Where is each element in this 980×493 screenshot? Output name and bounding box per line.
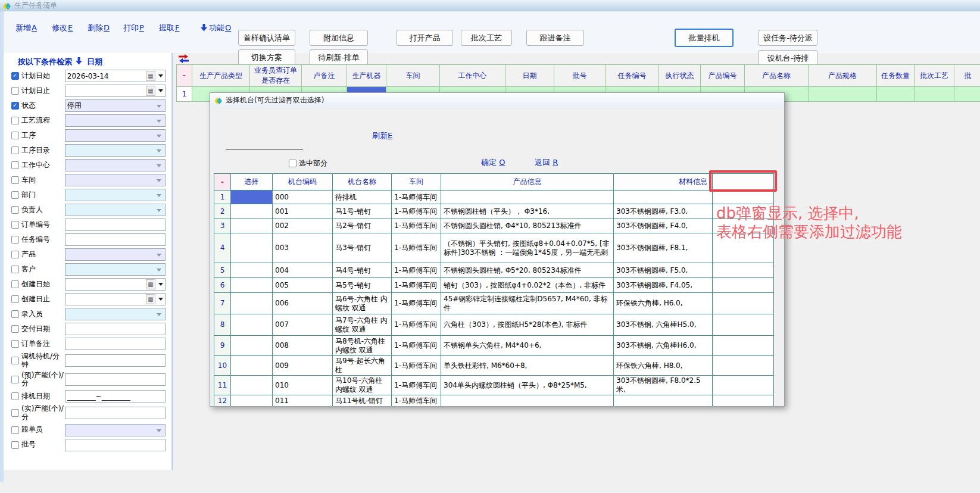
machine-row[interactable]: 1000待排机1-马师傅车间	[214, 191, 774, 204]
filter-input-10[interactable]	[65, 219, 166, 231]
back-link[interactable]: 返回 R	[535, 157, 558, 168]
filter-checkbox-8[interactable]	[11, 191, 19, 199]
machine-code-cell[interactable]: 002	[273, 219, 333, 233]
machine-name-cell[interactable]: 马4号-销钉	[333, 263, 392, 278]
machine-product-cell[interactable]: 不锈钢圆柱销（平头）， Φ3*16,	[441, 204, 614, 219]
filter-input-21[interactable]: ________~________	[65, 390, 166, 402]
filter-input-13[interactable]	[65, 263, 166, 276]
filter-input-11[interactable]	[65, 233, 166, 246]
filter-input-6[interactable]	[65, 159, 166, 171]
machine-workshop-cell[interactable]: 1-马师傅车间	[392, 314, 441, 336]
chevron-down-icon[interactable]	[157, 429, 161, 432]
filter-checkbox-10[interactable]	[11, 221, 19, 229]
machine-workshop-cell[interactable]: 1-马师傅车间	[392, 293, 441, 314]
machine-row[interactable]: 11010马10号-六角柱 内螺纹 双通1-马师傅车间304单头内螺纹圆柱销（平…	[214, 376, 774, 395]
machine-product-cell[interactable]: 销钉（303）, 按图纸φ4+0.02*2（本色）, 非标件	[441, 278, 614, 293]
machine-row-number[interactable]: 6	[214, 278, 231, 293]
machine-product-cell[interactable]: 不锈钢单头六角柱, M4*40+6,	[441, 336, 614, 356]
btn-set-machine-pending[interactable]: 设机台-待排	[759, 50, 817, 66]
main-cell-15[interactable]	[915, 87, 954, 102]
calendar-icon[interactable]: ▦	[146, 294, 155, 304]
chevron-down-icon[interactable]	[157, 120, 161, 123]
machine-select-cell[interactable]	[231, 407, 273, 407]
filter-checkbox-0[interactable]	[11, 72, 19, 80]
btn-batch-process[interactable]: 批次工艺	[461, 30, 512, 46]
filter-checkbox-6[interactable]	[11, 161, 19, 169]
filter-input-2[interactable]: 停用	[65, 99, 166, 112]
machine-material-cell[interactable]: 303不锈钢圆棒, F4.0,	[614, 219, 713, 233]
filter-checkbox-23[interactable]	[11, 426, 19, 434]
filter-checkbox-11[interactable]	[11, 236, 19, 244]
dialog-titlebar[interactable]: 选择机台(可先过滤再双击选择)	[210, 93, 784, 108]
machine-row[interactable]: 7006马6号-六角柱 内螺纹 双通1-马师傅车间45#钢彩锌定制连接螺柱定制D…	[214, 293, 774, 314]
machine-select-cell[interactable]	[231, 204, 273, 219]
chevron-down-icon[interactable]	[157, 135, 161, 138]
machine-row-number[interactable]: 8	[214, 314, 231, 336]
filter-checkbox-14[interactable]	[11, 280, 19, 288]
refresh-link[interactable]: 刷新E	[372, 130, 392, 141]
machine-row[interactable]: 2001马1号-销钉1-马师傅车间不锈钢圆柱销（平头）， Φ3*16,303不锈…	[214, 204, 774, 219]
filter-input-7[interactable]	[65, 174, 166, 186]
machine-extra-cell[interactable]	[713, 407, 774, 407]
machine-select-cell[interactable]	[231, 356, 273, 376]
machine-code-cell[interactable]: 001	[273, 204, 333, 219]
sidebar-divider[interactable]	[171, 53, 173, 470]
machine-select-cell[interactable]	[231, 395, 273, 407]
machine-name-cell[interactable]: 马5号-销钉	[333, 278, 392, 293]
filter-input-22[interactable]	[65, 407, 166, 419]
machine-material-cell[interactable]: 环保铁六角棒, H8.0,	[614, 356, 713, 376]
btn-follow-notes[interactable]: 跟进备注	[526, 30, 584, 46]
machine-name-cell[interactable]: 马9号-超长六角柱	[333, 356, 392, 376]
machine-row-number[interactable]: 11	[214, 376, 231, 395]
machine-select-cell[interactable]	[231, 191, 273, 204]
machine-workshop-cell[interactable]: 1-马师傅车间	[392, 356, 441, 376]
main-cell-14[interactable]	[877, 87, 915, 102]
filter-checkbox-13[interactable]	[11, 266, 19, 273]
filter-checkbox-4[interactable]	[11, 132, 19, 139]
filter-checkbox-16[interactable]	[11, 310, 19, 318]
machine-select-cell[interactable]	[231, 293, 273, 314]
machine-product-cell[interactable]: （不锈钢）平头销钉, 按图纸φ8+0.04+0.07*5, [非标件]303不锈…	[441, 233, 614, 263]
machine-name-cell[interactable]: 马11号机-销钉	[333, 395, 392, 407]
chevron-down-icon[interactable]	[157, 164, 161, 167]
date-dropdown-arrow-icon[interactable]	[158, 89, 163, 92]
machine-product-cell[interactable]: 不锈钢圆头圆柱销, Φ5*20, 805234标准件	[441, 263, 614, 278]
btn-batch-schedule[interactable]: 批量排机	[675, 29, 734, 47]
machine-product-cell[interactable]	[441, 407, 614, 407]
date-dropdown-arrow-icon[interactable]	[158, 283, 163, 286]
machine-code-cell[interactable]: 009	[273, 356, 333, 376]
machine-material-cell[interactable]: 303不锈钢, 六角棒H5.0,	[614, 314, 713, 336]
btn-set-task-pending-dispatch[interactable]: 设任务-待分派	[759, 30, 817, 46]
calendar-icon[interactable]: ▦	[146, 279, 155, 289]
machine-row[interactable]: 4003马3号-销钉1-马师傅车间（不锈钢）平头销钉, 按图纸φ8+0.04+0…	[214, 233, 774, 263]
filter-input-3[interactable]	[65, 114, 166, 127]
machine-code-cell[interactable]: 006	[273, 293, 333, 314]
filter-checkbox-18[interactable]	[11, 340, 19, 348]
machine-extra-cell[interactable]	[713, 336, 774, 356]
btn-open-product[interactable]: 打开产品	[397, 30, 453, 46]
machine-product-cell[interactable]: 304单头内螺纹圆柱销（平头）, Φ8*25*M5,	[441, 376, 614, 395]
select-partial-checkbox[interactable]: 选中部分	[289, 158, 327, 169]
machine-code-cell[interactable]: 007	[273, 314, 333, 336]
machine-row-number[interactable]: 7	[214, 293, 231, 314]
date-sort-label[interactable]: 日期	[87, 57, 102, 67]
filter-input-4[interactable]	[65, 129, 166, 142]
machine-extra-cell[interactable]	[713, 395, 774, 407]
filter-input-8[interactable]	[65, 189, 166, 201]
filter-input-14[interactable]: ▦	[65, 278, 166, 291]
menu-modify[interactable]: 修改E	[52, 23, 73, 33]
filter-input-19[interactable]	[65, 354, 166, 367]
machine-product-cell[interactable]: 六角柱（303）, 按图纸H5*28(本色), 非标件	[441, 314, 614, 336]
chevron-down-icon[interactable]	[157, 209, 161, 212]
chevron-down-icon[interactable]	[157, 269, 161, 272]
chevron-down-icon[interactable]	[157, 254, 161, 257]
machine-name-cell[interactable]: 马7号-六角柱 内螺纹 双通	[333, 314, 392, 336]
filter-input-9[interactable]	[65, 204, 166, 216]
filter-checkbox-3[interactable]	[11, 117, 19, 124]
machine-name-cell[interactable]: 马2号-销钉	[333, 219, 392, 233]
machine-row-number[interactable]: 3	[214, 219, 231, 233]
machine-workshop-cell[interactable]: 1-马师傅车间	[392, 191, 441, 204]
machine-name-cell[interactable]: 马1号-销钉	[333, 204, 392, 219]
filter-checkbox-1[interactable]	[11, 87, 19, 95]
btn-sample-confirm-list[interactable]: 首样确认清单	[238, 30, 295, 46]
